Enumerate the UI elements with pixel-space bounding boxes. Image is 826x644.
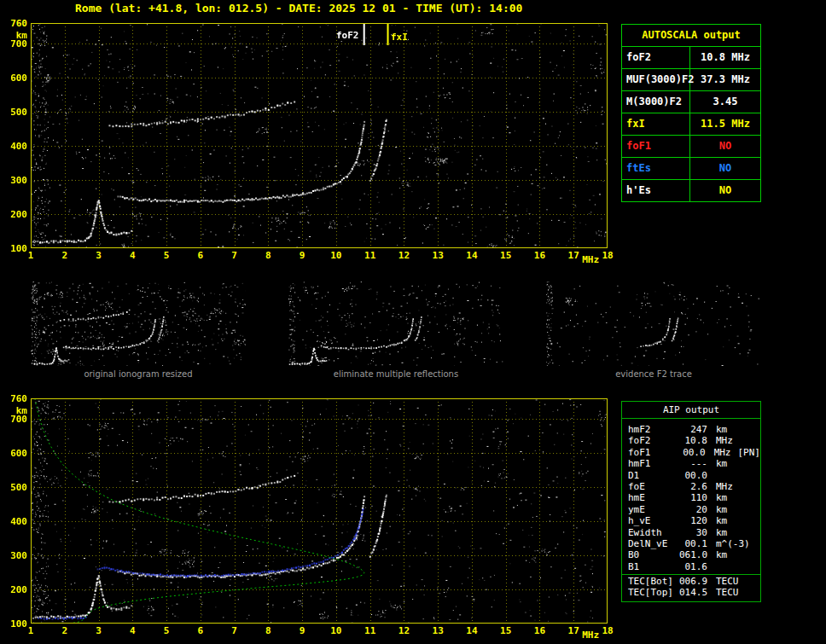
x-axis-tick-label: 16	[531, 250, 548, 261]
y-axis-tick-label: 200	[3, 209, 27, 220]
aip-row-value: 00.1	[679, 538, 707, 549]
thumbnail-evidence-f2	[546, 281, 759, 366]
x-axis-tick-label: 5	[158, 625, 175, 636]
x-axis-tick-label: 15	[497, 250, 515, 261]
x-axis-tick-label: 2	[56, 250, 73, 261]
x-axis-tick-label: 12	[395, 250, 412, 261]
x-axis-tick-label: 9	[294, 625, 311, 636]
aip-row-label: foF2	[622, 435, 679, 446]
autoscala-row-label: h'Es	[622, 180, 690, 201]
top-ionogram-plot	[31, 23, 608, 248]
aip-row-Ewidth: Ewidth30km	[622, 527, 760, 538]
aip-output-table: AIP output hmF2247kmfoF210.8MHzfoF100.0M…	[621, 401, 761, 602]
x-axis-tick-label: 1	[22, 625, 39, 636]
y-axis-tick-label: 600	[3, 73, 27, 84]
x-axis-tick-label: 14	[463, 625, 480, 636]
fxi-marker-label: fxI	[391, 32, 408, 43]
aip-row-D1: D100.0	[622, 470, 760, 481]
aip-row-value: 247	[679, 424, 707, 435]
autoscala-row-fxI: fxI11.5 MHz	[622, 113, 760, 136]
aip-row-label: Ewidth	[622, 527, 679, 538]
aip-row-unit: MHz	[716, 481, 733, 492]
aip-row-value: 20	[679, 504, 707, 515]
aip-row-label: D1	[622, 470, 679, 481]
autoscala-row-label: MUF(3000)F2	[622, 69, 690, 90]
y-axis-tick-label: 760	[3, 18, 27, 29]
aip-row-foE: foE2.6MHz	[622, 481, 760, 492]
y-axis-tick-label: 760	[3, 393, 27, 404]
x-axis-tick-label: 13	[429, 625, 446, 636]
aip-row-value: 30	[679, 527, 707, 538]
aip-row-unit: m^(-3)	[716, 538, 750, 549]
x-axis-tick-label: 9	[294, 250, 311, 261]
x-axis-tick-label: 13	[429, 250, 446, 261]
autoscala-screen: Rome (lat: +41.8, lon: 012.5) - DATE: 20…	[0, 0, 826, 644]
thumbnail-caption-eliminate: eliminate multiple reflections	[288, 369, 503, 379]
aip-row-unit: TECU	[716, 576, 739, 587]
x-axis-tick-label: 10	[328, 250, 345, 261]
aip-row-value: 2.6	[679, 481, 707, 492]
y-axis-tick-label: 500	[3, 482, 27, 493]
aip-row-value: ---	[679, 458, 707, 469]
aip-row-label: ymE	[622, 504, 679, 515]
autoscala-row-label: fxI	[622, 113, 690, 135]
aip-row-label: h_vE	[622, 515, 679, 526]
y-axis-tick-label: 300	[3, 550, 27, 561]
x-axis-unit-label: MHz	[578, 629, 603, 641]
aip-row-hmF2: hmF2247km	[622, 424, 760, 435]
x-axis-tick-label: 6	[192, 625, 209, 636]
thumbnail-eliminate-multiples	[288, 281, 503, 366]
autoscala-row-value: 3.45	[690, 91, 760, 113]
autoscala-row-label: foF1	[622, 136, 690, 157]
x-axis-tick-label: 8	[259, 250, 276, 261]
aip-row-label: B0	[622, 549, 679, 560]
autoscala-row-value: 10.8 MHz	[690, 47, 760, 68]
aip-row-label: hmF2	[622, 424, 679, 435]
y-axis-tick-label: 300	[3, 175, 27, 186]
x-axis-tick-label: 6	[192, 250, 209, 261]
autoscala-table-rows: foF210.8 MHzMUF(3000)F237.3 MHzM(3000)F2…	[622, 47, 760, 201]
x-axis-unit-label: MHz	[578, 254, 603, 265]
x-axis-tick-label: 12	[395, 625, 412, 636]
x-axis-tick-label: 7	[226, 250, 243, 261]
aip-row-label: DelN_vE	[622, 538, 679, 549]
aip-row-ymE: ymE20km	[622, 504, 760, 515]
aip-row-B0: B0061.0km	[622, 549, 760, 560]
thumbnail-caption-evidence: evidence F2 trace	[546, 369, 761, 379]
aip-table-rows: hmF2247kmfoF210.8MHzfoF100.0MHz[PN]hmF1-…	[622, 419, 760, 572]
x-axis-tick-label: 3	[90, 250, 108, 261]
autoscala-row-label: M(3000)F2	[622, 91, 690, 113]
aip-row-label: TEC[Bot]	[622, 576, 679, 587]
aip-row-TEC[Bot]: TEC[Bot]006.9TECU	[622, 576, 760, 587]
aip-row-unit: km	[716, 504, 727, 515]
x-axis-tick-label: 11	[362, 250, 379, 261]
x-axis-tick-label: 15	[497, 625, 515, 636]
autoscala-row-MUF(3000)F2: MUF(3000)F237.3 MHz	[622, 69, 760, 91]
y-axis-tick-label: 200	[3, 584, 27, 595]
aip-row-unit: km	[716, 527, 727, 538]
autoscala-row-value: NO	[690, 158, 760, 179]
x-axis-tick-label: 4	[124, 625, 141, 636]
aip-row-unit: km	[716, 549, 727, 560]
y-axis-tick-label: 600	[3, 448, 27, 459]
aip-table-header: AIP output	[622, 402, 760, 419]
aip-row-label: B1	[622, 561, 679, 572]
autoscala-output-table: AUTOSCALA output foF210.8 MHzMUF(3000)F2…	[621, 24, 761, 202]
y-axis-tick-label: 400	[3, 141, 27, 152]
autoscala-row-value: 37.3 MHz	[690, 69, 760, 90]
aip-row-label: TEC[Top]	[622, 587, 679, 598]
y-axis-tick-label: 700	[3, 414, 27, 425]
aip-row-unit: MHz	[714, 447, 731, 458]
autoscala-row-value: 11.5 MHz	[690, 113, 760, 135]
autoscala-row-foF2: foF210.8 MHz	[622, 47, 760, 69]
autoscala-row-label: foF2	[622, 47, 690, 68]
aip-row-value: 120	[679, 515, 707, 526]
y-axis-tick-label: 400	[3, 516, 27, 527]
aip-row-h_vE: h_vE120km	[622, 515, 760, 526]
aip-row-label: foF1	[622, 447, 678, 458]
aip-row-value: 006.9	[679, 576, 707, 587]
aip-row-value: 061.0	[679, 549, 707, 560]
aip-row-hmF1: hmF1---km	[622, 458, 760, 469]
aip-row-value: 00.0	[679, 470, 707, 481]
bottom-ionogram-plot	[31, 398, 608, 624]
